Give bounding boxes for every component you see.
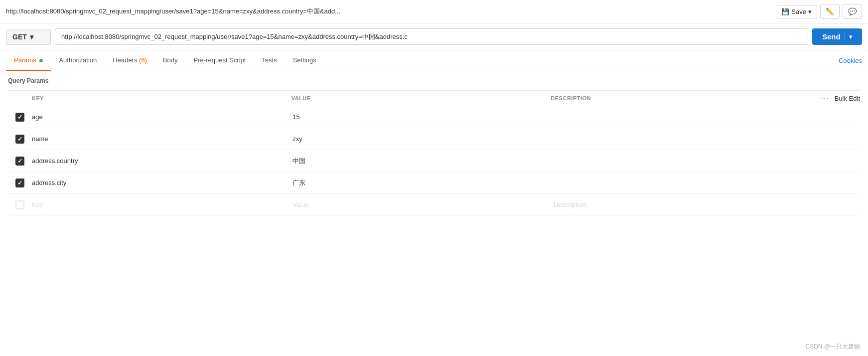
more-options-icon[interactable]: ··· (820, 94, 829, 103)
pencil-button[interactable]: ✏️ (820, 4, 840, 19)
row-3-checkbox[interactable]: ✓ (15, 157, 24, 166)
query-params-title: Query Params (8, 77, 860, 84)
send-label: Send (822, 32, 841, 41)
tab-authorization[interactable]: Authorization (51, 50, 105, 71)
checkmark-icon: ✓ (17, 158, 22, 165)
row-4-value[interactable]: 广东 (292, 178, 553, 187)
tab-body[interactable]: Body (155, 50, 186, 71)
row-4-key[interactable]: address.city (32, 179, 292, 186)
params-section: Query Params (0, 71, 868, 90)
cookies-label: Cookies (839, 57, 862, 64)
placeholder-description: Description (554, 201, 810, 208)
save-chevron-icon: ▾ (808, 8, 812, 15)
save-button[interactable]: 💾 Save ▾ (776, 5, 817, 18)
tab-params-label: Params (14, 56, 36, 64)
tab-settings-label: Settings (293, 56, 316, 64)
row-3-checkbox-cell: ✓ (8, 157, 32, 166)
table-row-placeholder: Key Value Description (8, 194, 860, 216)
tab-settings[interactable]: Settings (285, 50, 324, 71)
header-actions: ··· Bulk Edit (810, 94, 860, 103)
tab-body-label: Body (163, 56, 178, 64)
row-1-checkbox-cell: ✓ (8, 113, 32, 122)
method-chevron-icon: ▾ (30, 33, 33, 41)
placeholder-checkbox[interactable] (15, 200, 24, 209)
tab-headers[interactable]: Headers (6) (105, 50, 155, 71)
params-table-wrapper: KEY VALUE DESCRIPTION ··· Bulk Edit ✓ ag… (0, 90, 868, 216)
table-row: ✓ address.city 广东 (8, 172, 860, 194)
row-3-value[interactable]: 中国 (292, 157, 553, 166)
placeholder-key[interactable]: Key (32, 201, 292, 208)
placeholder-checkbox-cell (8, 200, 32, 209)
save-label: Save (791, 8, 806, 15)
header-value: VALUE (291, 95, 551, 101)
row-3-key[interactable]: address.country (32, 157, 292, 165)
params-dot (39, 59, 43, 62)
table-row: ✓ name zxy (8, 128, 860, 150)
row-4-checkbox[interactable]: ✓ (15, 178, 24, 187)
save-icon: 💾 (781, 8, 789, 15)
top-bar-actions: 💾 Save ▾ ✏️ 💬 (776, 4, 862, 19)
bulk-edit-button[interactable]: Bulk Edit (835, 95, 860, 102)
checkmark-icon: ✓ (17, 136, 22, 143)
tab-headers-label: Headers (113, 56, 139, 64)
tab-authorization-label: Authorization (59, 56, 97, 64)
placeholder-value[interactable]: Value (292, 201, 553, 208)
tab-pre-request-label: Pre-request Script (194, 56, 246, 64)
table-header: KEY VALUE DESCRIPTION ··· Bulk Edit (8, 90, 860, 106)
table-row: ✓ age 15 (8, 106, 860, 128)
header-description: DESCRIPTION (551, 95, 810, 101)
send-chevron-icon: ▾ (845, 33, 852, 40)
top-url-display: http://localhost:8080/springmvc_02_reque… (6, 7, 772, 16)
comment-button[interactable]: 💬 (843, 4, 862, 19)
tab-tests-label: Tests (262, 56, 277, 64)
row-2-key[interactable]: name (32, 135, 292, 143)
url-input[interactable] (55, 28, 808, 45)
row-2-checkbox-cell: ✓ (8, 135, 32, 144)
row-4-checkbox-cell: ✓ (8, 178, 32, 187)
row-1-checkbox[interactable]: ✓ (15, 113, 24, 122)
headers-badge: (6) (139, 56, 147, 64)
table-row: ✓ address.country 中国 (8, 150, 860, 172)
send-button[interactable]: Send ▾ (812, 28, 862, 45)
tab-pre-request[interactable]: Pre-request Script (186, 50, 254, 71)
tab-params[interactable]: Params (6, 50, 51, 71)
row-1-key[interactable]: age (32, 113, 292, 121)
cookies-link[interactable]: Cookies (831, 51, 862, 70)
header-key: KEY (32, 95, 291, 101)
request-bar: GET ▾ Send ▾ (0, 23, 868, 50)
tab-tests[interactable]: Tests (254, 50, 285, 71)
row-2-value[interactable]: zxy (292, 135, 553, 143)
method-selector[interactable]: GET ▾ (6, 29, 51, 45)
checkmark-icon: ✓ (17, 114, 22, 121)
method-label: GET (12, 33, 27, 41)
pencil-icon: ✏️ (826, 7, 834, 15)
row-2-checkbox[interactable]: ✓ (15, 135, 24, 144)
top-bar: http://localhost:8080/springmvc_02_reque… (0, 0, 868, 23)
tabs-bar: Params Authorization Headers (6) Body Pr… (0, 50, 868, 71)
checkmark-icon: ✓ (17, 179, 22, 186)
comment-icon: 💬 (848, 7, 857, 15)
row-1-value[interactable]: 15 (292, 113, 553, 121)
